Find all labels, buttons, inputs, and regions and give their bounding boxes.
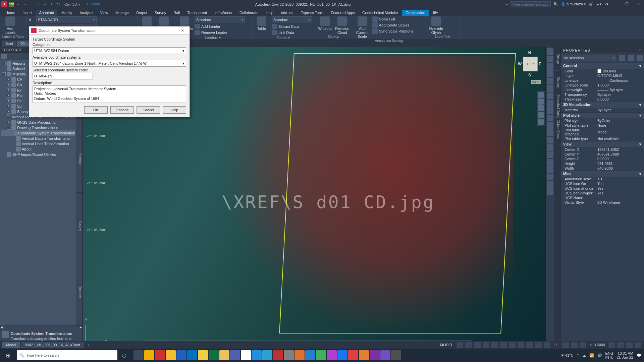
workspace-switcher[interactable]: Civil 3D xyxy=(64,2,80,6)
qat-undo-icon[interactable]: ↶ xyxy=(49,2,54,7)
status-gear-icon[interactable] xyxy=(571,342,578,348)
clock[interactable]: 10:01 AM21-Jun-22 xyxy=(616,351,633,359)
tab-annotate[interactable]: Annotate xyxy=(36,10,57,16)
taskbar-outlook-icon[interactable] xyxy=(187,350,197,360)
wipeout-button[interactable]: Wipeout xyxy=(317,16,333,31)
status-annoscale-icon[interactable] xyxy=(562,342,569,348)
props-value[interactable]: Yes xyxy=(597,186,644,190)
select-objects-icon[interactable] xyxy=(628,55,634,61)
tree-item[interactable]: About xyxy=(1,146,75,152)
status-model[interactable]: MODEL xyxy=(439,343,454,347)
tab-manage[interactable]: Manage xyxy=(112,10,132,16)
tree-item[interactable]: -Drawing Transformations xyxy=(1,125,75,130)
qat-open-icon[interactable]: ▫ xyxy=(22,2,28,7)
props-value[interactable]: Yes xyxy=(597,182,644,186)
help-search-input[interactable] xyxy=(511,1,551,7)
taskbar-facebook-icon[interactable] xyxy=(337,350,347,360)
taskbar-word-icon[interactable] xyxy=(176,350,186,360)
override-glyph-button[interactable]: Override Glyph xyxy=(428,16,444,35)
task-view-icon[interactable]: ◯ xyxy=(117,353,131,358)
tree-item[interactable]: Coordinate System Transformation xyxy=(1,130,75,136)
title-caret-icon[interactable]: ▸ xyxy=(506,2,508,6)
status-dyn-icon[interactable] xyxy=(518,342,524,348)
props-row[interactable]: ColorByLayer xyxy=(560,69,644,73)
tree-item[interactable]: SHP Import/Export Utilities xyxy=(1,152,75,157)
tab-extra-icon[interactable]: ▦▾ xyxy=(429,9,441,16)
props-row[interactable]: Plot style tableNone xyxy=(560,123,644,128)
taskbar-app-icon[interactable] xyxy=(155,350,165,360)
wcs-badge[interactable]: WCS xyxy=(531,80,541,84)
taskbar-edge-icon[interactable] xyxy=(262,350,272,360)
share-button[interactable]: ✈ Share xyxy=(86,2,100,6)
props-value[interactable]: 487691.7680 xyxy=(597,152,644,156)
dialog-close-button[interactable]: × xyxy=(177,28,187,33)
taskbar-viber-icon[interactable] xyxy=(380,350,390,360)
language-indicator[interactable]: ENGINTL xyxy=(605,351,613,359)
taskbar-messenger-icon[interactable] xyxy=(327,350,337,360)
tree-item[interactable]: Vertical Datum Transformation xyxy=(1,136,75,141)
close-button[interactable]: ✕ xyxy=(634,1,643,7)
sidetab-objclass[interactable]: Object Class xyxy=(554,118,560,141)
props-row[interactable]: UCS per viewportYes xyxy=(560,191,644,195)
categories-combo[interactable]: UTM, WGS84 Datum▾ xyxy=(33,47,186,54)
user-menu[interactable]: 👤 g.murtaza ▾ xyxy=(561,2,586,6)
sidetab-extended[interactable]: Extended Data xyxy=(554,94,560,118)
props-value[interactable]: None xyxy=(597,123,644,127)
palette-tool-icon[interactable] xyxy=(547,166,553,173)
status-hw-icon[interactable] xyxy=(617,342,624,348)
taskbar-app-icon[interactable] xyxy=(348,350,358,360)
props-value[interactable]: 0.0000 xyxy=(597,97,644,101)
taskbar-teams-icon[interactable] xyxy=(230,350,240,360)
props-row[interactable]: Width640.9006 xyxy=(560,166,644,171)
status-transparency-icon[interactable] xyxy=(535,342,542,348)
status-snap-icon[interactable] xyxy=(465,342,472,348)
props-value[interactable]: Not available xyxy=(597,137,644,141)
status-units-icon[interactable] xyxy=(580,342,586,348)
props-section-header[interactable]: 3D Visualization▾ xyxy=(560,102,644,108)
props-section-header[interactable]: Misc▾ xyxy=(560,171,644,177)
props-row[interactable]: Center Y487691.7680 xyxy=(560,152,644,157)
props-row[interactable]: Visual Style2D Wireframe xyxy=(560,200,644,205)
taskbar-app-icon[interactable] xyxy=(391,350,401,360)
palette-tool-icon[interactable] xyxy=(547,122,553,129)
taskbar-explorer-icon[interactable] xyxy=(219,350,229,360)
taskbar-app-icon[interactable] xyxy=(273,350,283,360)
taskbar-app-icon[interactable] xyxy=(370,350,380,360)
props-value[interactable]: ByLayer xyxy=(597,69,644,73)
palette-tool-icon[interactable] xyxy=(547,107,553,114)
nav-wheel-icon[interactable] xyxy=(538,92,544,98)
sidetab-design[interactable]: Design xyxy=(554,47,560,71)
props-value[interactable]: 431.0851 xyxy=(597,162,644,166)
palette-tool-icon[interactable] xyxy=(547,56,553,62)
tab-rail[interactable]: Rail xyxy=(170,10,183,16)
status-polar-icon[interactable] xyxy=(483,342,489,348)
props-section-header[interactable]: View▾ xyxy=(560,141,644,147)
doc-tab-start[interactable]: Start xyxy=(2,41,16,47)
taskbar-search[interactable]: 🔍 Type here to search xyxy=(17,350,117,360)
nav-zoom-icon[interactable] xyxy=(538,105,544,111)
tab-home[interactable]: Home xyxy=(2,10,18,16)
status-clean-icon[interactable] xyxy=(626,342,633,348)
scroll-left-icon[interactable]: ◀ xyxy=(1,326,3,329)
viewcube[interactable]: N W TOP E S xyxy=(518,51,541,77)
props-row[interactable]: UCS icon OnYes xyxy=(560,181,644,186)
revision-cloud-button[interactable]: Revision Cloud xyxy=(335,16,350,35)
tray-network-icon[interactable]: 📶 xyxy=(589,353,594,358)
props-value[interactable]: 1.0000 xyxy=(597,83,644,87)
selection-combo[interactable]: No selection xyxy=(562,55,616,61)
expand-icon[interactable]: + xyxy=(7,121,10,124)
taskbar-app-icon[interactable] xyxy=(241,350,251,360)
props-value[interactable] xyxy=(597,196,644,200)
tab-modify[interactable]: Modify xyxy=(58,10,75,16)
palette-tool-icon[interactable] xyxy=(547,181,553,188)
sidetab-display[interactable]: Display xyxy=(554,71,560,94)
taskbar-app-icon[interactable] xyxy=(316,350,326,360)
props-row[interactable]: Lineweight——— ByLayer xyxy=(560,87,644,92)
props-row[interactable]: Center Z0.0000 xyxy=(560,157,644,161)
layout-tab-model[interactable]: Model xyxy=(2,342,20,348)
status-iso-icon[interactable] xyxy=(608,342,615,348)
tab-output[interactable]: Output xyxy=(133,10,151,16)
palette-tool-icon[interactable] xyxy=(547,100,553,107)
palette-tool-icon[interactable] xyxy=(547,85,553,92)
palette-tool-icon[interactable] xyxy=(547,115,553,121)
